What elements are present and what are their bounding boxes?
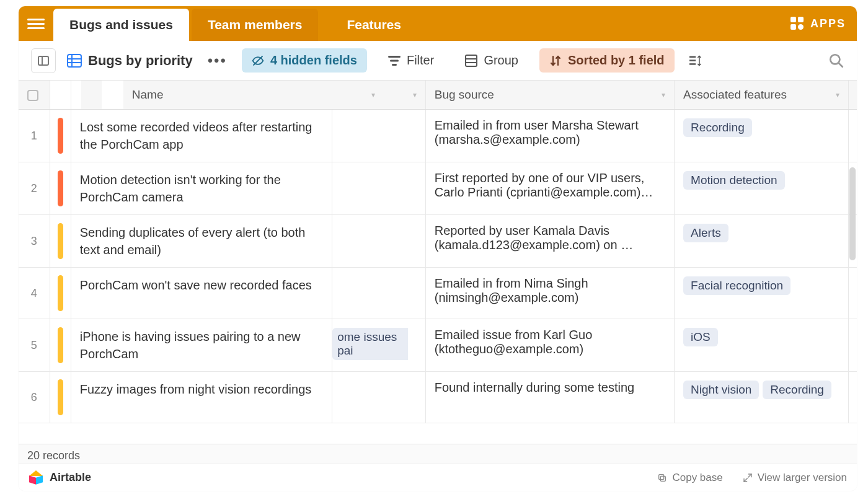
svg-rect-16	[661, 476, 666, 481]
column-header-name[interactable]: Name▾	[123, 81, 384, 110]
column-header-created[interactable]: Cr	[849, 81, 857, 110]
table-row[interactable]: 2Motion detection isn't working for the …	[19, 162, 857, 215]
cell-name[interactable]: iPhone is having issues pairing to a new…	[71, 319, 332, 372]
row-height-button[interactable]	[686, 50, 706, 72]
priority-bar-icon	[58, 379, 63, 415]
chevron-down-icon[interactable]: ▾	[413, 90, 417, 99]
row-number[interactable]: 6	[19, 372, 50, 423]
chevron-down-icon[interactable]: ▾	[836, 90, 839, 99]
feature-tag[interactable]: Recording	[763, 381, 831, 399]
column-header-associated-features[interactable]: Associated features▾	[675, 81, 849, 110]
cell-associated-features[interactable]: Alerts	[675, 215, 849, 268]
cell-created[interactable]: Ka	[849, 110, 857, 162]
vertical-scrollbar[interactable]	[849, 167, 856, 260]
toggle-sidebar-button[interactable]	[31, 48, 56, 73]
tab-features[interactable]: Features	[330, 9, 417, 41]
cell-name[interactable]: Lost some recorded videos after restarti…	[71, 110, 332, 162]
filter-button[interactable]: Filter	[378, 48, 444, 73]
tab-team-members[interactable]: Team members	[192, 9, 319, 41]
cell-created[interactable]: M	[849, 268, 857, 319]
cell-name[interactable]: Motion detection isn't working for the P…	[71, 162, 332, 215]
tab-bugs-and-issues[interactable]: Bugs and issues	[53, 9, 189, 41]
svg-rect-11	[689, 56, 696, 58]
cell-bug-source[interactable]: Emailed in from user Marsha Stewart (mar…	[425, 110, 674, 162]
cell-bug-source[interactable]: Reported by user Kamala Davis (kamala.d1…	[425, 215, 674, 268]
view-toolbar: Bugs by priority ••• 4 hidden fields Fil…	[19, 41, 857, 81]
group-icon	[465, 55, 477, 67]
cell-bug-source[interactable]: Found internally during some testing	[425, 372, 674, 423]
cell-s[interactable]: ome issues pai	[332, 319, 426, 372]
apps-label: APPS	[810, 17, 846, 30]
svg-rect-0	[68, 55, 81, 67]
column-header-checkbox[interactable]	[19, 81, 50, 110]
table-row[interactable]: 5iPhone is having issues pairing to a ne…	[19, 319, 857, 372]
row-number[interactable]: 5	[19, 319, 50, 372]
copy-base-label: Copy base	[672, 472, 722, 484]
menu-icon[interactable]	[27, 15, 45, 32]
priority-bar-icon	[58, 275, 63, 311]
feature-tag[interactable]: Motion detection	[683, 171, 784, 190]
svg-rect-12	[689, 59, 696, 61]
cell-name[interactable]: PorchCam won't save new recorded faces	[71, 268, 332, 319]
cell-associated-features[interactable]: Facial recognition	[675, 268, 849, 319]
chevron-down-icon[interactable]: ▾	[662, 90, 665, 99]
cell-bug-source[interactable]: First reported by one of our VIP users, …	[425, 162, 674, 215]
group-button[interactable]: Group	[455, 48, 528, 73]
copy-base-button[interactable]: Copy base	[657, 472, 722, 484]
cell-created[interactable]: Be	[849, 319, 857, 372]
col-bug-source-label: Bug source	[435, 88, 494, 102]
svg-rect-5	[388, 56, 401, 58]
table-row[interactable]: 1Lost some recorded videos after restart…	[19, 110, 857, 162]
view-more-button[interactable]: •••	[204, 52, 231, 69]
cell-s[interactable]	[332, 268, 426, 319]
row-number[interactable]: 2	[19, 162, 50, 215]
svg-rect-17	[659, 474, 664, 479]
sorted-label: Sorted by 1 field	[568, 53, 665, 68]
cell-bug-source[interactable]: Emailed issue from Karl Guo (ktotheguo@e…	[425, 319, 674, 372]
svg-rect-13	[689, 63, 696, 65]
feature-tag[interactable]: iOS	[683, 328, 718, 346]
apps-button[interactable]: APPS	[790, 6, 846, 41]
chevron-down-icon[interactable]: ▾	[371, 90, 375, 99]
select-all-checkbox[interactable]	[27, 90, 38, 101]
column-header-bug-source[interactable]: Bug source▾	[425, 81, 674, 110]
feature-tag[interactable]: Alerts	[683, 224, 728, 242]
horizontal-scroll[interactable]: Name▾ s?▾ Bug source▾ Associated feature…	[19, 81, 857, 491]
view-title[interactable]: Bugs by priority	[67, 53, 193, 69]
view-larger-button[interactable]: View larger version	[743, 472, 847, 484]
row-number[interactable]: 4	[19, 268, 50, 319]
table-row[interactable]: 6Fuzzy images from night vision recordin…	[19, 372, 857, 423]
cell-s[interactable]	[332, 215, 426, 268]
svg-rect-6	[390, 59, 399, 61]
search-button[interactable]	[828, 53, 844, 69]
cell-associated-features[interactable]: Night visionRecording	[675, 372, 849, 423]
feature-tag[interactable]: Recording	[683, 118, 752, 137]
cell-name[interactable]: Sending duplicates of every alert (to bo…	[71, 215, 332, 268]
cell-s[interactable]	[332, 110, 426, 162]
feature-tag[interactable]: Facial recognition	[683, 276, 790, 295]
apps-icon	[790, 17, 804, 30]
hidden-fields-label: 4 hidden fields	[270, 53, 357, 68]
topbar: Bugs and issues Team members Features AP…	[19, 6, 857, 41]
feature-tag[interactable]: Night vision	[683, 381, 759, 399]
cell-associated-features[interactable]: Motion detection	[675, 162, 849, 215]
hidden-fields-button[interactable]: 4 hidden fields	[242, 48, 367, 73]
cell-associated-features[interactable]: iOS	[675, 319, 849, 372]
cell-s[interactable]	[332, 372, 426, 423]
view-larger-label: View larger version	[758, 472, 847, 484]
table-row[interactable]: 3Sending duplicates of every alert (to b…	[19, 215, 857, 268]
table-row[interactable]: 4PorchCam won't save new recorded facesE…	[19, 268, 857, 319]
cell-name[interactable]: Fuzzy images from night vision recording…	[71, 372, 332, 423]
brand-name: Airtable	[50, 471, 91, 484]
sorted-button[interactable]: Sorted by 1 field	[539, 48, 675, 73]
cell-s[interactable]	[332, 162, 426, 215]
cell-bug-source[interactable]: Emailed in from Nima Singh (nimsingh@exa…	[425, 268, 674, 319]
svg-rect-7	[392, 64, 397, 66]
group-label: Group	[484, 53, 518, 68]
linked-record-fragment[interactable]: ome issues pai	[332, 328, 408, 360]
cell-created[interactable]: Ga	[849, 372, 857, 423]
row-number[interactable]: 1	[19, 110, 50, 162]
svg-line-15	[838, 63, 843, 67]
cell-associated-features[interactable]: Recording	[675, 110, 849, 162]
row-number[interactable]: 3	[19, 215, 50, 268]
